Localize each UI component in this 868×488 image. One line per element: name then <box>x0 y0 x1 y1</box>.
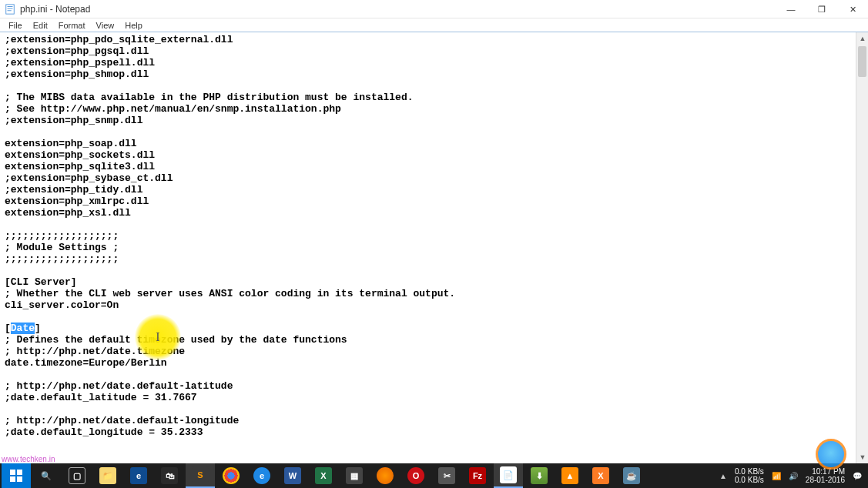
taskbar-taskview[interactable]: ▢ <box>62 463 92 488</box>
taskbar-ie[interactable]: e <box>247 463 276 488</box>
taskbar-snipping[interactable]: ✂ <box>432 463 461 488</box>
menu-file[interactable]: File <box>3 21 28 30</box>
svg-rect-0 <box>6 4 15 13</box>
taskbar-explorer[interactable]: 📁 <box>93 463 122 488</box>
taskbar-excel[interactable]: X <box>309 463 338 488</box>
windows-logo-icon <box>10 470 22 482</box>
taskbar-store[interactable]: 🛍 <box>155 463 184 488</box>
window-controls: — ❐ ✕ <box>776 0 868 18</box>
svg-rect-5 <box>17 470 22 475</box>
wifi-icon[interactable]: 📶 <box>772 472 781 480</box>
menu-view[interactable]: View <box>91 21 120 30</box>
start-button[interactable] <box>2 463 31 488</box>
taskbar-filezilla[interactable]: Fz <box>463 463 492 488</box>
menu-help[interactable]: Help <box>119 21 148 30</box>
taskbar-opera[interactable]: O <box>401 463 431 488</box>
taskbar-java[interactable]: ☕ <box>617 463 646 488</box>
taskbar-vlc[interactable]: ▲ <box>555 463 585 488</box>
taskbar-edge[interactable]: e <box>124 463 153 488</box>
editor-area[interactable]: ;extension=php_pdo_sqlite_external.dll ;… <box>0 32 856 463</box>
scroll-down-arrow-icon[interactable]: ▼ <box>856 451 868 463</box>
taskbar-chrome[interactable] <box>216 463 246 488</box>
svg-rect-7 <box>17 476 22 482</box>
editor-content[interactable]: ;extension=php_pdo_sqlite_external.dll ;… <box>0 32 856 440</box>
watermark-text: www.techken.in <box>2 455 55 463</box>
menu-format[interactable]: Format <box>53 21 91 30</box>
minimize-button[interactable]: — <box>776 0 806 18</box>
notifications-icon[interactable]: 💬 <box>853 472 862 480</box>
taskbar: 🔍 ▢ 📁 e 🛍 S e W X ▦ O ✂ Fz 📄 ⬇ ▲ X ☕ ▲ 0… <box>0 463 868 488</box>
volume-icon[interactable]: 🔊 <box>789 472 798 480</box>
taskbar-calculator[interactable]: ▦ <box>340 463 369 488</box>
svg-rect-4 <box>10 470 15 475</box>
close-button[interactable]: ✕ <box>837 0 868 18</box>
system-tray: ▲ 0.0 KB/s 0.0 KB/s 📶 🔊 10:17 PM 28-01-2… <box>719 467 866 484</box>
tray-overflow-icon[interactable]: ▲ <box>719 472 727 480</box>
menu-edit[interactable]: Edit <box>28 21 53 30</box>
titlebar: php.ini - Notepad — ❐ ✕ <box>0 0 868 18</box>
window-title: php.ini - Notepad <box>20 4 90 15</box>
taskbar-xampp[interactable]: X <box>586 463 615 488</box>
taskbar-word[interactable]: W <box>278 463 307 488</box>
taskbar-notepad[interactable]: 📄 <box>494 463 523 488</box>
taskbar-idm[interactable]: ⬇ <box>524 463 554 488</box>
taskbar-sublime[interactable]: S <box>186 463 215 488</box>
scroll-up-arrow-icon[interactable]: ▲ <box>856 32 868 45</box>
svg-rect-6 <box>10 476 15 482</box>
brand-badge-icon <box>816 439 846 470</box>
maximize-button[interactable]: ❐ <box>806 0 837 18</box>
clock[interactable]: 10:17 PM 28-01-2016 <box>806 467 845 484</box>
menubar: File Edit Format View Help <box>0 18 868 32</box>
network-speed: 0.0 KB/s 0.0 KB/s <box>735 467 764 484</box>
taskbar-search[interactable]: 🔍 <box>32 463 61 488</box>
scroll-thumb[interactable] <box>858 46 866 77</box>
notepad-icon <box>5 4 15 15</box>
vertical-scrollbar[interactable]: ▲ ▼ <box>856 32 868 463</box>
taskbar-firefox[interactable] <box>370 463 400 488</box>
